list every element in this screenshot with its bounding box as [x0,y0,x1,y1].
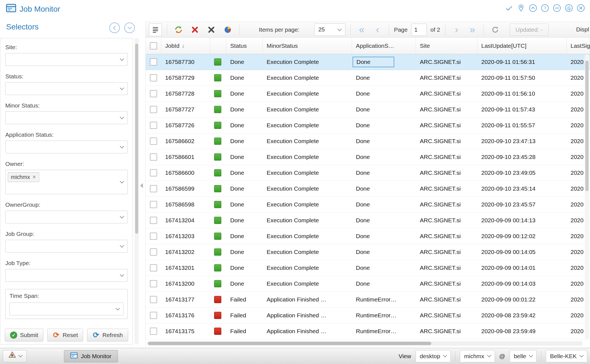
row-checkbox[interactable] [146,133,161,149]
table-row[interactable]: 167586602DoneExecution CompleteDoneARC.S… [146,133,590,149]
table-row[interactable]: 167587726DoneExecution CompleteDoneARC.S… [146,118,590,133]
table-row[interactable]: 167586598DoneExecution CompleteDoneARC.S… [146,197,590,213]
close-icon[interactable] [577,4,585,12]
row-checkbox[interactable] [146,102,161,117]
table-row[interactable]: 167413175FailedApplication Finished …Run… [146,323,590,339]
scrollbar-thumb[interactable] [585,61,589,191]
taskbar-job-monitor-button[interactable]: Job Monitor [64,350,118,362]
table-row[interactable]: 167586599DoneExecution CompleteDoneARC.S… [146,181,590,197]
field-label-status: Status: [5,73,128,80]
expand-panel-button[interactable] [124,23,135,33]
table-row[interactable]: 167413177FailedApplication Finished …Run… [146,292,590,308]
row-checkbox[interactable] [146,228,161,244]
row-checkbox[interactable] [146,197,161,212]
refresh-button[interactable]: Refresh [87,329,128,341]
reload-button[interactable] [489,23,502,36]
select-site[interactable] [5,53,128,66]
select-owner[interactable]: michmx✕ [5,170,128,194]
first-page-button[interactable]: « [356,24,368,36]
remove-tag-icon[interactable]: ✕ [32,174,36,180]
cell-status: Done [226,118,263,133]
pin-icon[interactable] [517,4,525,12]
column-header-app[interactable]: ApplicationS… [352,38,416,54]
setup-select[interactable]: Belle-KEK [546,350,587,362]
prev-page-button[interactable]: ‹ [371,24,384,36]
select-job-group[interactable] [5,240,128,253]
user-select[interactable]: michmx [460,350,495,362]
table-row[interactable]: 167413176FailedApplication Finished …Run… [146,308,590,323]
table-row[interactable]: 167586601DoneExecution CompleteDoneARC.S… [146,149,590,165]
select-application-status[interactable] [5,141,128,153]
select-ownergroup[interactable] [5,211,128,223]
delete-button[interactable] [205,23,218,36]
table-row[interactable]: 167413203DoneExecution CompleteDoneARC.S… [146,228,590,244]
select-all-checkbox[interactable] [146,38,161,54]
row-checkbox[interactable] [146,86,161,101]
table-row[interactable]: 167587727DoneExecution CompleteDoneARC.S… [146,102,590,118]
row-checkbox[interactable] [146,244,161,260]
next-page-button[interactable]: › [450,24,463,36]
items-per-page-select[interactable]: 25 [314,23,345,36]
table-row[interactable]: 167413202DoneExecution CompleteDoneARC.S… [146,244,590,260]
help-icon[interactable]: ? [541,4,549,12]
column-header-last_sig[interactable]: LastSig [567,38,590,54]
row-checkbox[interactable] [146,70,161,86]
table-row[interactable]: 167586600DoneExecution CompleteDoneARC.S… [146,165,590,181]
table-row[interactable]: 167587730DoneExecution CompleteDoneARC.S… [146,54,590,70]
menu-button[interactable] [149,23,162,36]
vertical-scrollbar[interactable] [585,54,589,340]
table-row[interactable]: 167587729DoneExecution CompleteDoneARC.S… [146,70,590,86]
table-row[interactable]: 167587728DoneExecution CompleteDoneARC.S… [146,86,590,102]
panel-splitter[interactable] [139,18,145,348]
row-checkbox[interactable] [146,149,161,165]
row-checkbox[interactable] [146,292,161,307]
collapse-panel-button[interactable] [109,23,120,33]
chevron-down-icon [120,57,124,61]
group-select[interactable]: belle [510,350,537,362]
owner-tag[interactable]: michmx✕ [8,172,39,182]
pie-chart-button[interactable] [221,23,234,36]
refresh-button[interactable] [172,23,185,36]
horizontal-scrollbar[interactable] [147,341,583,346]
row-checkbox[interactable] [146,118,161,133]
view-select[interactable]: desktop [416,350,451,362]
column-header-minor[interactable]: MinorStatus [263,38,352,54]
row-checkbox[interactable] [146,323,161,339]
updated-button[interactable]: Updated: - [510,24,549,36]
row-checkbox[interactable] [146,213,161,228]
row-checkbox[interactable] [146,54,161,70]
display-label[interactable]: Displ [576,26,589,33]
restore-icon[interactable] [565,4,573,12]
row-checkbox[interactable] [146,276,161,291]
column-header-status[interactable]: Status [226,38,263,54]
reset-button[interactable]: Reset [47,329,83,341]
table-row[interactable]: 167413201DoneExecution CompleteDoneARC.S… [146,260,590,276]
table-row[interactable]: 167413200DoneExecution CompleteDoneARC.S… [146,276,590,292]
column-header-last_update[interactable]: LastUpdate[UTC] [477,38,567,54]
sidebar-scrollbar[interactable] [135,38,139,345]
check-icon[interactable] [505,4,513,12]
kill-button[interactable] [189,23,201,36]
select-time-span[interactable] [9,303,123,315]
table-row[interactable]: 167413204DoneExecution CompleteDoneARC.S… [146,213,590,228]
cell-site: ARC.SIGNET.si [416,197,477,212]
column-header-site[interactable]: Site [416,38,477,54]
select-status[interactable] [5,82,128,95]
submit-button[interactable]: Submit [5,329,43,341]
row-checkbox[interactable] [146,260,161,276]
last-page-button[interactable]: » [466,24,479,36]
scrollbar-thumb[interactable] [135,44,138,234]
row-checkbox[interactable] [146,181,161,196]
select-job-type[interactable] [5,269,128,282]
page-input[interactable] [411,24,427,36]
row-checkbox[interactable] [146,308,161,323]
column-header-id[interactable]: JobId↓ [161,38,210,54]
collapse-up-icon[interactable] [529,4,537,12]
dirac-menu-button[interactable] [3,350,27,362]
minimize-icon[interactable] [553,4,561,12]
scrollbar-thumb[interactable] [148,342,431,345]
splitter-collapse-icon[interactable] [140,183,143,188]
column-header-color[interactable] [210,38,226,54]
select-minor-status[interactable] [5,111,128,124]
row-checkbox[interactable] [146,165,161,181]
